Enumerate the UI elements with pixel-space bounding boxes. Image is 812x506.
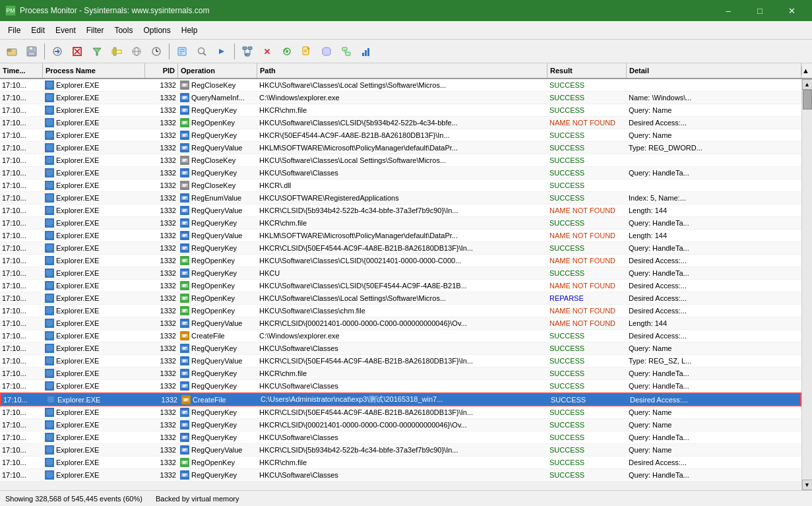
svg-rect-141 [47, 288, 52, 289]
filter-button[interactable] [88, 42, 106, 61]
col-path-header[interactable]: Path [257, 63, 547, 78]
menu-help[interactable]: Help [176, 23, 203, 38]
menu-edit[interactable]: Edit [26, 23, 50, 38]
table-row[interactable]: 17:10... Explorer.EXE 1332 RegQueryKey H… [0, 242, 801, 255]
table-row[interactable]: 17:10... Explorer.EXE 1332 CreateFile C:… [0, 330, 801, 342]
minimize-button[interactable]: – [713, 0, 743, 21]
svg-rect-61 [46, 119, 53, 125]
scroll-up[interactable]: ▲ [802, 79, 813, 90]
cell-pid: 1332 [145, 305, 178, 317]
scrollbar[interactable]: ▲ ▼ [801, 79, 812, 490]
menu-filter[interactable]: Filter [81, 23, 109, 38]
clock-button[interactable] [147, 42, 166, 61]
table-row[interactable]: 17:10... Explorer.EXE 1332 RegQueryKey H… [0, 267, 801, 280]
table-row[interactable]: 17:10... Explorer.EXE 1332 RegCloseKey H… [0, 154, 801, 167]
table-row[interactable]: 17:10... Explorer.EXE 1332 RegQueryKey H… [0, 217, 801, 230]
find-button[interactable] [193, 42, 211, 61]
maximize-button[interactable]: □ [745, 0, 775, 21]
svg-rect-42 [367, 48, 369, 56]
cell-process: Explorer.EXE [43, 142, 145, 154]
open-button[interactable] [3, 42, 21, 61]
menu-options[interactable]: Options [138, 23, 175, 38]
table-row[interactable]: 17:10... Explorer.EXE 1332 RegQueryValue… [0, 444, 801, 457]
rows-container[interactable]: 17:10... Explorer.EXE 1332 RegCloseKey H… [0, 79, 801, 490]
menu-event[interactable]: Event [50, 23, 81, 38]
network2-button[interactable] [337, 42, 356, 61]
table-row[interactable]: 17:10... Explorer.EXE 1332 RegEnumValue … [0, 192, 801, 205]
cell-detail: Desired Access:... [627, 255, 801, 267]
kill-button[interactable] [258, 42, 276, 61]
save-button[interactable] [22, 42, 41, 61]
table-row[interactable]: 17:10... Explorer.EXE 1332 RegOpenKey HK… [0, 292, 801, 305]
stats-button[interactable] [357, 42, 375, 61]
table-row[interactable]: 17:10... Explorer.EXE 1332 RegQueryKey H… [0, 167, 801, 179]
network-capture-button[interactable] [278, 42, 296, 61]
jump-button[interactable] [212, 42, 231, 61]
cell-operation: CreateFile [178, 330, 257, 342]
cell-time: 17:10... [0, 267, 43, 279]
cell-process: Explorer.EXE [43, 305, 145, 317]
table-row[interactable]: 17:10... Explorer.EXE 1332 RegCloseKey H… [0, 79, 801, 92]
scroll-thumb[interactable] [803, 90, 812, 110]
network-button[interactable] [127, 42, 146, 61]
svg-rect-51 [47, 100, 52, 101]
table-row[interactable]: 17:10... Explorer.EXE 1332 RegQueryKey H… [0, 129, 801, 142]
auto-scroll-button[interactable] [48, 42, 67, 61]
table-row[interactable]: 17:10... Explorer.EXE 1332 RegOpenKey HK… [0, 280, 801, 292]
table-row[interactable]: 17:10... Explorer.EXE 1332 RegQueryKey H… [0, 367, 801, 380]
clear-button[interactable] [68, 42, 86, 61]
table-row[interactable]: 17:10... Explorer.EXE 1332 RegOpenKey HK… [0, 117, 801, 129]
menu-tools[interactable]: Tools [109, 23, 138, 38]
svg-rect-70 [181, 133, 188, 137]
table-row[interactable]: 17:10... Explorer.EXE 1332 RegQueryKey H… [0, 431, 801, 444]
table-row[interactable]: 17:10... Explorer.EXE 1332 RegQueryKey H… [0, 419, 801, 431]
svg-rect-24 [248, 47, 252, 49]
registry-button[interactable] [173, 42, 191, 61]
svg-rect-142 [181, 284, 188, 288]
cell-pid: 1332 [145, 342, 178, 354]
table-row[interactable]: 17:10... Explorer.EXE 1332 RegQueryKey H… [0, 469, 801, 482]
table-row[interactable]: 17:10... Explorer.EXE 1332 RegQueryKey H… [0, 342, 801, 355]
table-row[interactable]: 17:10... Explorer.EXE 1332 RegQueryValue… [0, 205, 801, 217]
table-row[interactable]: 17:10... Explorer.EXE 1332 RegCloseKey H… [0, 179, 801, 192]
table-row[interactable]: 17:10... Explorer.EXE 1332 RegQueryValue… [0, 355, 801, 367]
cell-result: SUCCESS [547, 179, 627, 191]
table-row[interactable]: 17:10... Explorer.EXE 1332 CreateFile C:… [0, 393, 801, 406]
close-button[interactable]: ✕ [776, 0, 807, 21]
table-row[interactable]: 17:10... Explorer.EXE 1332 RegOpenKey HK… [0, 255, 801, 267]
col-detail-header[interactable]: Detail [627, 63, 801, 78]
table-row[interactable]: 17:10... Explorer.EXE 1332 QueryNameInf.… [0, 92, 801, 104]
scroll-down[interactable]: ▼ [802, 480, 813, 490]
cell-pid: 1332 [145, 104, 178, 116]
cell-time: 17:10... [0, 419, 43, 431]
col-operation-header[interactable]: Operation [178, 63, 257, 78]
svg-rect-81 [47, 163, 52, 164]
table-row[interactable]: 17:10... Explorer.EXE 1332 RegQueryKey H… [0, 104, 801, 117]
table-row[interactable]: 17:10... Explorer.EXE 1332 RegQueryKey H… [0, 406, 801, 419]
menu-file[interactable]: File [3, 23, 26, 38]
table-row[interactable]: 17:10... Explorer.EXE 1332 RegQueryKey H… [0, 380, 801, 393]
cell-path: HKCU\Software\Classes\CLSID\{50EF4544-AC… [257, 280, 547, 292]
table-row[interactable]: 17:10... Explorer.EXE 1332 RegQueryValue… [0, 142, 801, 154]
cell-detail: Query: HandleTa... [627, 469, 801, 481]
disk-button[interactable] [317, 42, 336, 61]
table-row[interactable]: 17:10... Explorer.EXE 1332 RegQueryValue… [0, 317, 801, 330]
cell-pid: 1332 [145, 142, 178, 154]
svg-rect-145 [46, 295, 53, 300]
process-tree-button[interactable] [238, 42, 257, 61]
col-result-header[interactable]: Result [547, 63, 627, 78]
table-row[interactable]: 17:10... Explorer.EXE 1332 RegQueryValue… [0, 230, 801, 242]
cell-operation: RegQueryKey [178, 419, 257, 431]
column-header: Time... Process Name PID Operation Path … [0, 63, 812, 79]
cell-process: Explorer.EXE [43, 79, 145, 91]
table-row[interactable]: 17:10... Explorer.EXE 1332 RegOpenKey HK… [0, 457, 801, 469]
svg-rect-223 [46, 459, 53, 464]
cell-pid: 1332 [145, 192, 178, 204]
col-process-header[interactable]: Process Name [43, 63, 145, 78]
highlight-button[interactable] [108, 42, 126, 61]
table-row[interactable]: 17:10... Explorer.EXE 1332 RegOpenKey HK… [0, 305, 801, 317]
col-time-header[interactable]: Time... [0, 63, 43, 78]
scroll-track[interactable] [802, 90, 813, 480]
file-monitor-button[interactable] [297, 42, 316, 61]
col-pid-header[interactable]: PID [145, 63, 178, 78]
